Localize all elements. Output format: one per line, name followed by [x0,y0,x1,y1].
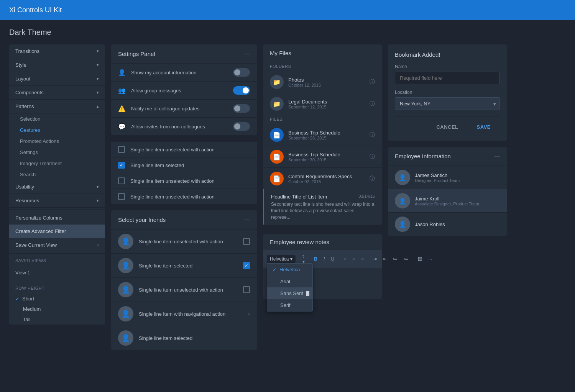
chevron-down-icon: ▾ [97,90,99,95]
underline-btn[interactable]: U [329,255,337,263]
friends-list-title: Select your friends [118,217,166,223]
create-advanced-filter-action[interactable]: Create Advanced Filter [9,225,105,238]
checkbox-unselected-0[interactable] [118,146,125,153]
friend-item-3[interactable]: 👤 Single line item with navigational act… [111,302,257,326]
checkbox-selected-1[interactable]: ✓ [118,162,125,169]
align-right-btn[interactable]: ≡ [359,255,366,263]
sidebar-divider [9,209,105,210]
settings-panel-menu-icon[interactable]: ··· [244,50,250,58]
toggle-account[interactable] [233,68,250,77]
more-btn[interactable]: ··· [426,255,434,263]
my-files-title: My Files [263,44,382,62]
sidebar-item-usability[interactable]: Usability ▾ [9,180,105,194]
message-icon: 💬 [118,123,126,130]
info-icon-file-2[interactable]: ⓘ [370,175,375,182]
alert-icon: ⚠️ [118,105,126,112]
folder-row-0[interactable]: 📁 Photos October 12, 2015 ⓘ [263,71,382,93]
settings-row-invites: 💬 Allow invites from non-colleagues [111,117,257,135]
row-height-short[interactable]: ✓ Short [9,294,105,304]
font-dropdown-arrow: ▾ [290,256,292,262]
sidebar-divider-3 [9,281,105,281]
save-button[interactable]: SAVE [468,120,500,134]
main-grid: Transitions ▾ Style ▾ Layout ▾ Component… [9,44,566,350]
sidebar-item-transitions[interactable]: Transitions ▾ [9,44,105,58]
checkbox-item-2: Single line item unselected with action [111,173,257,189]
files-label: FILES [263,115,382,124]
font-option-helvetica[interactable]: ✓ Helvetica [267,264,312,276]
outdent-btn[interactable]: ⇤ [381,255,389,263]
info-icon-file-1[interactable]: ⓘ [370,153,375,160]
friend-checkbox-1[interactable]: ✓ [243,262,250,269]
align-center-btn[interactable]: ≡ [350,255,357,263]
friend-checkbox-2[interactable] [243,286,250,293]
checkbox-unselected-2[interactable] [118,177,125,184]
employee-info-menu-icon[interactable]: ··· [494,152,500,160]
sidebar-sub-settings[interactable]: Settings [9,147,105,158]
checkbox-unselected-3[interactable] [118,193,125,200]
location-select[interactable]: New York, NY [395,97,500,110]
location-label: Location [395,90,500,95]
sidebar-item-resources[interactable]: Resources ▾ [9,194,105,208]
font-option-serif[interactable]: Serif [267,299,312,311]
bold-btn[interactable]: B [312,255,320,263]
check-icon-1: ✓ [245,263,248,268]
editor-toolbar: Helvetica ▾ t ▾ B I U ≡ ≡ ≡ ⇥ ⇤ ≔ [263,250,382,268]
friend-item-2: 👤 Single line item unselected with actio… [111,277,257,302]
friend-checkbox-0[interactable] [243,238,250,245]
folders-label: FOLDERS [263,62,382,71]
settings-panel-card: Settings Panel ··· 👤 Show my account inf… [111,44,257,135]
folder-row-1[interactable]: 📁 Legal Documents September 12, 2015 ⓘ [263,93,382,115]
ordered-list-btn[interactable]: ≔ [401,255,411,263]
align-left-btn[interactable]: ≡ [341,255,348,263]
image-btn[interactable]: 🖼 [415,255,424,263]
sidebar-sub-promoted[interactable]: Promoted Actions [9,136,105,147]
sidebar-item-patterns[interactable]: Patterns ▴ [9,100,105,113]
toggle-group-messages[interactable] [233,86,250,95]
employee-info-header: Employee Information ··· [388,147,507,166]
employee-row-0[interactable]: 👤 James Santich Designer, Product Team [388,166,507,189]
save-current-view-action[interactable]: Save Current View › [9,238,105,252]
settings-panel-title: Settings Panel [118,51,155,57]
preview-title: Headline Title of List Item [271,194,327,200]
app-title: Xi Controls UI Kit [9,6,62,14]
info-icon-0[interactable]: ⓘ [370,79,375,85]
saved-views-label: SAVED VIEWS [9,255,105,266]
app-header: Xi Controls UI Kit [0,0,575,20]
sidebar-item-style[interactable]: Style ▾ [9,58,105,72]
sidebar-item-components[interactable]: Components ▾ [9,86,105,100]
info-icon-1[interactable]: ⓘ [370,100,375,107]
italic-btn[interactable]: I [321,255,327,263]
sidebar-sub-search[interactable]: Search [9,169,105,180]
row-height-tall[interactable]: Tall [9,314,105,325]
row-height-medium[interactable]: Medium [9,304,105,314]
review-notes-title: Employee review notes [263,234,382,250]
font-option-sans-serif[interactable]: Sans Serif [267,287,312,299]
file-row-1[interactable]: 📄 Business Trip Schedule September 30, 2… [263,146,382,167]
cancel-button[interactable]: CANCEL [427,120,467,134]
employee-info-title: Employee Information [395,153,451,159]
friends-list-menu-icon[interactable]: ··· [244,216,250,224]
file-row-2[interactable]: 📄 Control Requirements Specs October 02,… [263,167,382,189]
sidebar-sub-gestures[interactable]: Gestures [9,125,105,136]
name-input[interactable] [395,72,500,84]
file-row-0[interactable]: 📄 Business Trip Schedule September 28, 2… [263,124,382,146]
name-label: Name [395,64,500,69]
avatar-4: 👤 [118,330,133,346]
toggle-invites[interactable] [233,122,250,131]
employee-row-1[interactable]: 👤 Jaime Kroll Associate Designer, Produc… [388,189,507,212]
preview-text: Secondary tect line is sho here and will… [271,201,375,220]
employee-row-2[interactable]: 👤 Jason Robles [388,212,507,236]
sidebar-sub-imagery[interactable]: Imagery Treatment [9,158,105,169]
toggle-colleague-updates[interactable] [233,104,250,113]
sidebar-item-layout[interactable]: Layout ▾ [9,72,105,86]
avatar-1: 👤 [118,258,133,273]
saved-view-1[interactable]: View 1 [9,266,105,279]
info-icon-file-0[interactable]: ⓘ [370,131,375,138]
checkbox-item-0: Single line item unselected with action [111,141,257,157]
font-option-arial[interactable]: Arial [267,276,312,287]
sidebar-sub-selection[interactable]: Selection [9,113,105,125]
font-select[interactable]: Helvetica ▾ [267,255,296,263]
indent-btn[interactable]: ⇥ [371,255,379,263]
list-btn[interactable]: ≔ [391,255,400,263]
personalize-columns-action[interactable]: Personalize Columns [9,211,105,225]
